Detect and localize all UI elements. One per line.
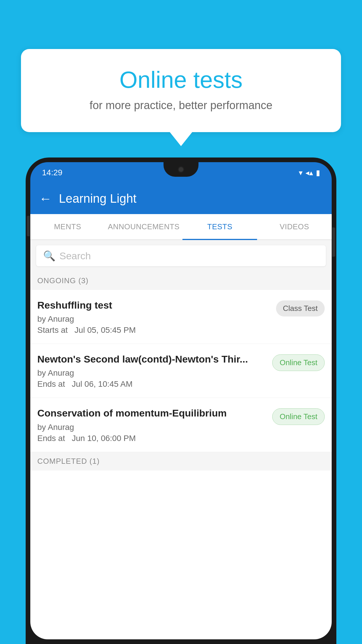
back-button[interactable]: ←: [39, 191, 52, 206]
signal-icon: ◂▴: [305, 168, 313, 177]
phone-device: 14:29 ▾ ◂▴ ▮ ← Learning Light MENTS ANNO…: [26, 158, 336, 644]
test-info: Reshuffling test by Anurag Starts at Jul…: [37, 299, 271, 335]
test-item[interactable]: Newton's Second law(contd)-Newton's Thir…: [30, 344, 332, 398]
test-name: Conservation of momentum-Equilibrium: [37, 407, 268, 419]
search-bar[interactable]: 🔍 Search: [36, 245, 326, 266]
search-input[interactable]: Search: [59, 250, 91, 262]
ongoing-section-label: ONGOING (3): [30, 272, 332, 290]
tab-tests[interactable]: TESTS: [182, 214, 257, 239]
bubble-title: Online tests: [33, 66, 329, 93]
test-time: Starts at Jul 05, 05:45 PM: [37, 326, 271, 335]
app-title: Learning Light: [59, 192, 136, 206]
test-list: Reshuffling test by Anurag Starts at Jul…: [30, 290, 332, 452]
status-time: 14:29: [42, 168, 62, 177]
test-by: by Anurag: [37, 368, 268, 378]
test-badge-online: Online Test: [272, 408, 325, 425]
status-bar: 14:29 ▾ ◂▴ ▮: [30, 162, 332, 183]
wifi-icon: ▾: [299, 168, 303, 177]
test-by: by Anurag: [37, 314, 271, 324]
tab-videos[interactable]: VIDEOS: [257, 214, 332, 239]
test-item[interactable]: Reshuffling test by Anurag Starts at Jul…: [30, 290, 332, 344]
side-button-right: [332, 228, 335, 257]
test-info: Newton's Second law(contd)-Newton's Thir…: [37, 353, 268, 389]
test-time: Ends at Jun 10, 06:00 PM: [37, 434, 268, 443]
test-time: Ends at Jul 06, 10:45 AM: [37, 379, 268, 389]
search-container: 🔍 Search: [30, 240, 332, 272]
test-badge-class: Class Test: [276, 300, 325, 316]
test-badge-online: Online Test: [272, 354, 325, 371]
tabs-bar: MENTS ANNOUNCEMENTS TESTS VIDEOS: [30, 214, 332, 240]
completed-section-label: COMPLETED (1): [30, 452, 332, 470]
test-name: Reshuffling test: [37, 299, 271, 312]
phone-notch: [164, 162, 198, 177]
tab-announcements[interactable]: ANNOUNCEMENTS: [105, 214, 182, 239]
battery-icon: ▮: [316, 168, 320, 177]
app-header: ← Learning Light: [30, 183, 332, 214]
test-info: Conservation of momentum-Equilibrium by …: [37, 407, 268, 443]
test-item[interactable]: Conservation of momentum-Equilibrium by …: [30, 398, 332, 452]
search-icon: 🔍: [43, 250, 55, 262]
bubble-subtitle: for more practice, better performance: [33, 99, 329, 112]
test-name: Newton's Second law(contd)-Newton's Thir…: [37, 353, 268, 365]
tab-ments[interactable]: MENTS: [30, 214, 105, 239]
status-icons: ▾ ◂▴ ▮: [299, 168, 320, 177]
camera: [178, 166, 184, 173]
phone-screen: ← Learning Light MENTS ANNOUNCEMENTS TES…: [30, 183, 332, 639]
test-by: by Anurag: [37, 423, 268, 432]
side-button-left: [27, 216, 30, 236]
speech-bubble: Online tests for more practice, better p…: [21, 49, 341, 132]
